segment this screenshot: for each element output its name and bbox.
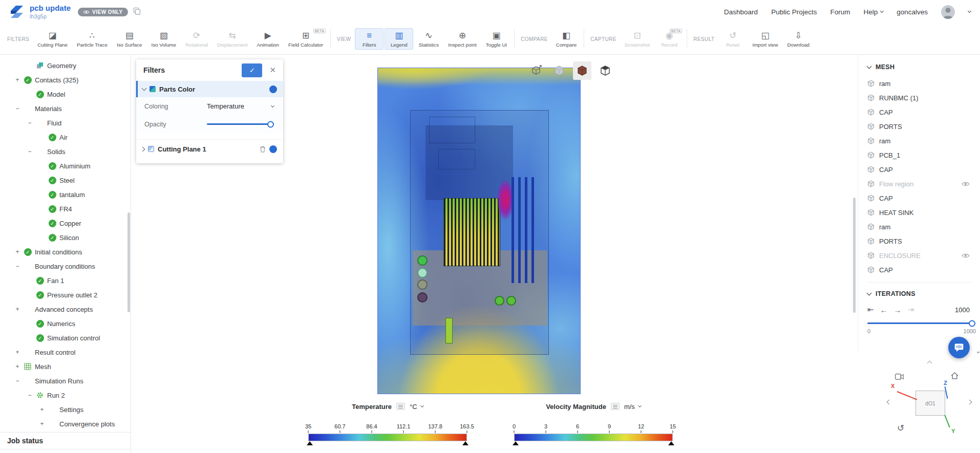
toolbar-button-animation[interactable]: ▶Animation (252, 28, 283, 50)
tree-item-initial-conditions[interactable]: +✓Initial conditions (0, 245, 131, 259)
toolbar-button-displacement[interactable]: ⇆Displacement (213, 28, 251, 50)
tree-item-pressure-outlet-2[interactable]: ✓Pressure outlet 2 (0, 288, 131, 302)
tree-item-result-control[interactable]: +Result control (0, 345, 131, 359)
mesh-item-ports[interactable]: PORTS (867, 119, 980, 134)
tree-expander-icon[interactable]: − (12, 105, 23, 112)
mesh-item-cap[interactable]: CAP (867, 263, 980, 277)
orientation-cube[interactable]: dO1 (915, 391, 945, 416)
toolbar-button-screenshot[interactable]: ⊡Screenshot (621, 28, 654, 50)
mesh-item-pcb-1[interactable]: PCB_1 (867, 148, 980, 162)
toolbar-button-reset[interactable]: ↺Reset (718, 28, 747, 50)
tree-item-model[interactable]: ✓Model (0, 87, 131, 101)
toolbar-button-record[interactable]: BETA◉Record (655, 28, 684, 50)
next-iteration-button[interactable]: → (894, 306, 902, 314)
velocity-unit-select[interactable]: m/s (624, 403, 641, 411)
toolbar-button-download[interactable]: ⇩Download (783, 28, 814, 50)
tree-item-materials[interactable]: −Materials (0, 101, 131, 116)
project-title-block[interactable]: pcb update lh3g5p (30, 4, 71, 20)
avatar[interactable] (941, 5, 955, 19)
opacity-slider[interactable] (207, 123, 272, 125)
nav-public-projects[interactable]: Public Projects (771, 8, 817, 16)
camera-icon[interactable] (895, 373, 904, 382)
tree-item-air[interactable]: ✓Air (0, 130, 131, 144)
coloring-select[interactable]: Temperature (207, 102, 276, 110)
toolbar-button-particle-trace[interactable]: ∴Particle Trace (73, 28, 112, 50)
toolbar-button-field-calculator[interactable]: BETA⊞Field Calculator (284, 28, 327, 50)
toolbar-button-inspect-point[interactable]: ⊕Inspect point (444, 28, 481, 50)
tree-item-fr4[interactable]: ✓FR4 (0, 202, 131, 216)
last-iteration-button[interactable]: ⇥ (908, 305, 914, 314)
mesh-item-heat-sink[interactable]: HEAT SINK (867, 205, 980, 220)
temperature-legend-settings-icon[interactable] (396, 403, 405, 410)
tree-item-mesh[interactable]: +Mesh (0, 359, 131, 374)
mesh-item-ram[interactable]: ram (867, 134, 980, 148)
thermal-simulation-scene[interactable] (377, 68, 581, 394)
mesh-section-header[interactable]: MESH (867, 62, 980, 72)
copy-project-icon[interactable] (133, 7, 141, 16)
iteration-slider[interactable] (867, 322, 974, 324)
opacity-slider-knob[interactable] (267, 121, 274, 127)
tree-item-numerics[interactable]: ✓Numerics (0, 316, 131, 331)
tree-item-convergence-plots[interactable]: +Convergence plots (0, 417, 131, 431)
tree-item-solids[interactable]: −Solids (0, 144, 131, 159)
tree-item-fan-1[interactable]: ✓Fan 1 (0, 273, 131, 288)
tree-expander-icon[interactable]: + (12, 349, 23, 356)
surface-view-button[interactable] (550, 61, 568, 80)
close-filters-button[interactable]: ✕ (267, 66, 278, 75)
toolbar-button-compare[interactable]: ◧Compare (552, 28, 581, 50)
mesh-view-button[interactable] (573, 61, 591, 80)
tree-item-contacts-325[interactable]: +✓Contacts (325) (0, 73, 131, 87)
tree-expander-icon[interactable]: − (25, 119, 35, 126)
cutting-plane-section-header[interactable]: Cutting Plane 1 (136, 139, 283, 158)
tree-expander-icon[interactable]: − (25, 148, 35, 155)
sidebar-scrollbar[interactable] (127, 212, 130, 312)
tree-item-copper[interactable]: ✓Copper (0, 216, 131, 230)
toolbar-button-toggle-ui[interactable]: ▣Toggle UI (482, 28, 511, 50)
iterations-section-header[interactable]: ITERATIONS (867, 289, 980, 299)
mesh-item-enclosure[interactable]: ENCLOSURE (867, 248, 980, 263)
job-status-bar[interactable]: Job status (0, 432, 131, 449)
visibility-eye-icon[interactable] (962, 253, 970, 258)
mesh-item-cap[interactable]: CAP (867, 162, 980, 177)
cutting-plane-toggle[interactable] (269, 145, 277, 153)
toolbar-button-legend[interactable]: ▥Legend (385, 28, 413, 50)
tree-expander-icon[interactable]: − (12, 377, 23, 384)
tree-item-simulation-runs[interactable]: −Simulation Runs (0, 374, 131, 388)
toolbar-button-cutting-plane[interactable]: ◪Cutting Plane (33, 28, 72, 50)
iteration-value-input[interactable]: 1000 (955, 306, 970, 314)
tree-expander-icon[interactable]: + (12, 76, 23, 83)
tree-item-run-2[interactable]: −Run 2 (0, 388, 131, 402)
tree-expander-icon[interactable]: − (25, 392, 35, 399)
tree-expander-icon[interactable]: + (37, 406, 47, 413)
toolbar-button-iso-surface[interactable]: ▤Iso Surface (113, 28, 146, 50)
toolbar-button-rotational[interactable]: ⟳Rotational (181, 28, 212, 50)
toolbar-button-import-view[interactable]: ◱Import view (748, 28, 782, 50)
parts-color-toggle[interactable] (269, 85, 277, 93)
viewport-scrollbar[interactable] (853, 198, 856, 313)
username[interactable]: goncalves (897, 8, 928, 16)
rotate-view-icon[interactable]: ↺ (897, 423, 904, 434)
tree-item-boundary-conditions[interactable]: −Boundary conditions (0, 259, 131, 273)
fit-view-button[interactable] (527, 61, 545, 80)
parts-color-section-header[interactable]: Parts Color (136, 81, 283, 97)
mesh-item-flow-region[interactable]: Flow region (867, 177, 980, 191)
account-chevron-icon[interactable] (968, 9, 971, 13)
toolbar-button-filters[interactable]: ≡Filters (355, 28, 384, 50)
iteration-slider-knob[interactable] (969, 320, 975, 327)
tree-expander-icon[interactable]: + (12, 248, 23, 255)
mesh-item-cap[interactable]: CAP (867, 105, 980, 119)
tree-item-aluminium[interactable]: ✓Aluminium (0, 159, 131, 173)
previous-iteration-button[interactable]: ← (880, 306, 888, 314)
velocity-legend-settings-icon[interactable] (611, 403, 620, 410)
support-chat-button[interactable] (948, 337, 970, 358)
toolbar-button-iso-volume[interactable]: ▧Iso Volume (147, 28, 180, 50)
tree-expander-icon[interactable]: + (12, 363, 23, 370)
toolbar-button-statistics[interactable]: ∿Statistics (414, 28, 443, 50)
visibility-eye-icon[interactable] (962, 181, 970, 187)
nav-dashboard[interactable]: Dashboard (724, 8, 758, 16)
nav-forum[interactable]: Forum (830, 8, 850, 16)
tree-item-tantalum[interactable]: ✓tantalum (0, 187, 131, 202)
home-icon[interactable] (951, 372, 958, 381)
tree-item-steel[interactable]: ✓Steel (0, 173, 131, 187)
first-iteration-button[interactable]: ⇤ (867, 305, 874, 314)
